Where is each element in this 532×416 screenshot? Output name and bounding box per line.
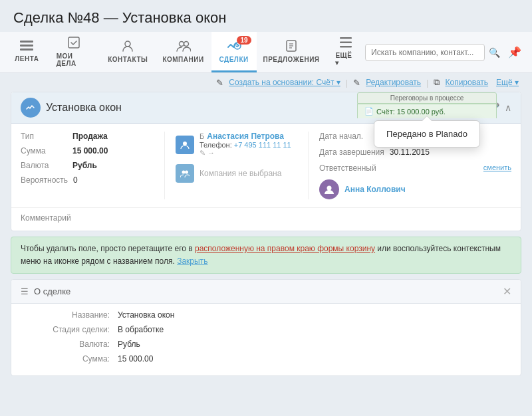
svg-rect-0 <box>20 41 33 43</box>
moidela-icon <box>67 36 80 51</box>
main-content: Переговоры в процессе 📄 Счёт: 15 000.00 … <box>0 92 532 383</box>
date-end-label: Дата завершения <box>319 148 384 157</box>
copy-button[interactable]: Копировать <box>445 78 488 87</box>
nav-item-eshche[interactable]: ЕЩЁ ▾ <box>326 32 365 72</box>
page-title-bar: Сделка №48 — Установка окон <box>0 0 532 32</box>
deal-card: Переговоры в процессе 📄 Счёт: 15 000.00 … <box>11 92 521 231</box>
phone-label: Телефон: <box>200 141 232 149</box>
nav-label-sdelki: СДЕЛКИ <box>219 56 248 63</box>
about-value-1: В обработке <box>118 325 164 334</box>
responsible-row: Анна Коллович <box>319 179 511 199</box>
avatar <box>319 179 339 199</box>
about-value-0: Установка окон <box>118 310 174 320</box>
search-icon: 🔍 <box>489 47 500 58</box>
amount-label: Сумма <box>21 146 67 156</box>
svg-rect-12 <box>340 37 352 39</box>
top-nav: ЛЕНТА МОИ ДЕЛА КОНТАКТЫ КОМПАНИИ 19 СДЕЛ… <box>0 32 532 73</box>
date-end-value: 30.11.2015 <box>390 148 430 157</box>
contact-company: Компания не выбрана <box>176 164 297 183</box>
deal-title: Установка окон <box>46 102 122 114</box>
type-label: Тип <box>21 132 67 141</box>
phone-number[interactable]: +7 495 111 11 11 <box>234 141 291 149</box>
field-type: Тип Продажа <box>21 132 154 141</box>
nav-item-kontakty[interactable]: КОНТАКТЫ <box>100 32 155 72</box>
about-row-1: Стадия сделки: В обработке <box>38 325 494 334</box>
eshche-icon <box>339 37 352 51</box>
probability-value: 0 <box>73 175 78 185</box>
nav-item-lenta[interactable]: ЛЕНТА <box>7 32 47 72</box>
about-section: ☰ О сделке ✕ Название: Установка окон Ст… <box>11 279 521 376</box>
about-value-2: Рубль <box>118 340 140 349</box>
edit-button[interactable]: Редактировать <box>366 78 421 87</box>
predlozheniya-icon <box>285 39 298 54</box>
contact-info: Б Анастасия Петрова Телефон: +7 495 111 … <box>200 132 297 157</box>
about-menu-icon: ☰ <box>21 286 29 296</box>
action-toolbar: ✎ Создать на основании: Счёт ▾ | ✎ Редак… <box>0 73 532 92</box>
tooltip-text: Передано в Planado <box>386 129 467 139</box>
svg-point-16 <box>182 171 186 174</box>
contact-company-icon <box>176 164 194 183</box>
deal-icon-circle <box>21 98 41 118</box>
responsible-label: Ответственный <box>319 163 379 173</box>
responsible-field: Ответственный сменить <box>319 163 511 173</box>
phone-arrow-icon[interactable]: → <box>207 149 215 157</box>
banner-highlight[interactable]: расположенную на правом краю формы корзи… <box>195 244 375 253</box>
currency-label: Валюта <box>21 161 67 170</box>
change-responsible-link[interactable]: сменить <box>483 163 511 171</box>
nav-label-kontakty: КОНТАКТЫ <box>108 56 148 63</box>
create-based-button[interactable]: Создать на основании: Счёт ▾ <box>229 78 340 87</box>
collapse-icon[interactable]: ∧ <box>505 102 511 113</box>
svg-point-18 <box>327 186 332 191</box>
about-title: О сделке <box>34 286 70 296</box>
deal-contact-center: Б Анастасия Петрова Телефон: +7 495 111 … <box>164 132 297 199</box>
deal-header-left: Установка окон <box>21 98 122 118</box>
contact-badge-b: Б <box>200 132 204 140</box>
about-header: ☰ О сделке ✕ <box>11 280 521 304</box>
phone-edit-icon[interactable]: ✎ <box>200 149 205 157</box>
status-label: Переговоры в процессе <box>357 92 497 104</box>
comment-area: Комментарий <box>11 207 521 231</box>
nav-label-eshche: ЕЩЁ ▾ <box>335 52 356 66</box>
nav-item-kompanii[interactable]: КОМПАНИИ <box>155 32 211 72</box>
about-header-left: ☰ О сделке <box>21 286 70 296</box>
nav-item-predlozheniya[interactable]: ПРЕДЛОЖЕНИЯ <box>257 32 327 72</box>
lenta-icon <box>19 40 34 54</box>
nav-label-lenta: ЛЕНТА <box>15 55 39 62</box>
about-label-2: Валюта: <box>38 340 118 349</box>
nav-label-predlozheniya: ПРЕДЛОЖЕНИЯ <box>263 56 319 63</box>
page-title: Сделка №48 — Установка окон <box>13 9 519 27</box>
comment-label: Комментарий <box>21 213 71 223</box>
svg-rect-2 <box>20 49 33 51</box>
banner-close-link[interactable]: Закрыть <box>177 257 207 266</box>
nav-item-sdelki[interactable]: 19 СДЕЛКИ <box>211 32 257 72</box>
currency-value: Рубль <box>72 161 97 170</box>
field-currency: Валюта Рубль <box>21 161 154 170</box>
about-close-icon[interactable]: ✕ <box>503 285 511 298</box>
svg-point-5 <box>179 42 184 47</box>
banner-text-start: Чтобы удалить поле, просто перетащите ег… <box>21 244 195 253</box>
svg-rect-13 <box>340 41 352 43</box>
nav-search-area: 🔍 📌 <box>365 32 525 72</box>
svg-rect-3 <box>68 37 79 48</box>
contact-name[interactable]: Анастасия Петрова <box>207 132 284 141</box>
pin-icon[interactable]: 📌 <box>504 46 525 58</box>
search-input[interactable] <box>365 44 485 61</box>
about-row-0: Название: Установка окон <box>38 310 494 320</box>
status-amount: Счёт: 15 000.00 руб. <box>376 108 446 116</box>
responsible-name[interactable]: Анна Коллович <box>344 185 406 194</box>
about-row-3: Сумма: 15 000.00 <box>38 354 494 364</box>
svg-rect-14 <box>340 46 352 48</box>
about-label-3: Сумма: <box>38 354 118 364</box>
svg-rect-1 <box>20 45 33 47</box>
more-button[interactable]: Ещё ▾ <box>496 78 519 87</box>
deal-fields-left: Тип Продажа Сумма 15 000.00 Валюта Рубль… <box>21 132 154 199</box>
contact-person-icon <box>176 136 194 154</box>
invoice-icon: 📄 <box>364 107 374 116</box>
tooltip-popup: Передано в Planado <box>374 120 480 148</box>
nav-item-moidela[interactable]: МОИ ДЕЛА <box>47 32 101 72</box>
kontakty-icon <box>121 39 134 54</box>
company-name: Компания не выбрана <box>200 169 281 178</box>
field-amount: Сумма 15 000.00 <box>21 146 154 156</box>
sdelki-badge: 19 <box>237 36 251 45</box>
about-body: Название: Установка окон Стадия сделки: … <box>11 304 521 375</box>
